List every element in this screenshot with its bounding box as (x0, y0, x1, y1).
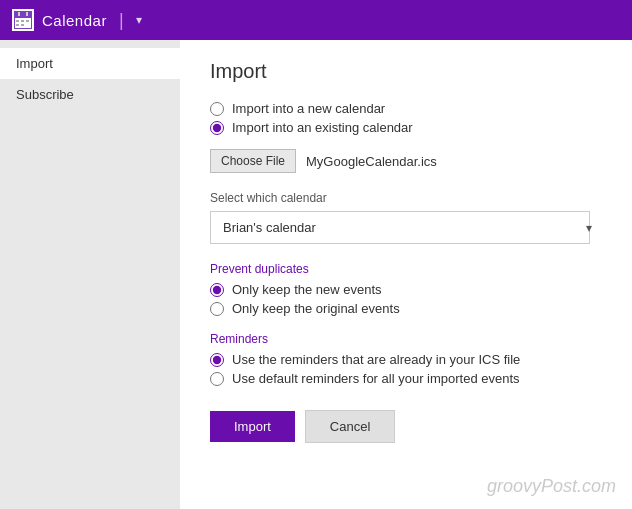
file-chooser: Choose File MyGoogleCalendar.ics (210, 149, 602, 173)
radio-keep-new[interactable] (210, 283, 224, 297)
sidebar-item-import[interactable]: Import (0, 48, 180, 79)
radio-use-default-label: Use default reminders for all your impor… (232, 371, 520, 386)
app-title: Calendar (42, 12, 107, 29)
main-layout: Import Subscribe Import Import into a ne… (0, 40, 632, 509)
prevent-duplicates-section: Prevent duplicates Only keep the new eve… (210, 262, 602, 316)
radio-option-keep-original[interactable]: Only keep the original events (210, 301, 602, 316)
radio-keep-new-label: Only keep the new events (232, 282, 382, 297)
calendar-select[interactable]: Brian's calendar My calendar Work (210, 211, 590, 244)
radio-existing-calendar-label: Import into an existing calendar (232, 120, 413, 135)
action-buttons: Import Cancel (210, 410, 602, 443)
sidebar: Import Subscribe (0, 40, 180, 509)
reminders-section: Reminders Use the reminders that are alr… (210, 332, 602, 386)
radio-use-default[interactable] (210, 372, 224, 386)
sidebar-item-subscribe[interactable]: Subscribe (0, 79, 180, 110)
import-target-group: Import into a new calendar Import into a… (210, 101, 602, 135)
prevent-duplicates-label: Prevent duplicates (210, 262, 602, 276)
choose-file-button[interactable]: Choose File (210, 149, 296, 173)
radio-use-ics[interactable] (210, 353, 224, 367)
radio-new-calendar-label: Import into a new calendar (232, 101, 385, 116)
svg-rect-3 (18, 12, 20, 16)
svg-rect-9 (21, 24, 24, 26)
radio-keep-original[interactable] (210, 302, 224, 316)
radio-option-use-ics[interactable]: Use the reminders that are already in yo… (210, 352, 602, 367)
select-calendar-label: Select which calendar (210, 191, 602, 205)
radio-use-ics-label: Use the reminders that are already in yo… (232, 352, 520, 367)
radio-new-calendar[interactable] (210, 102, 224, 116)
reminders-label: Reminders (210, 332, 602, 346)
title-bar: Calendar | ▾ (0, 0, 632, 40)
radio-option-keep-new[interactable]: Only keep the new events (210, 282, 602, 297)
file-name-display: MyGoogleCalendar.ics (306, 154, 437, 169)
app-icon (12, 9, 34, 31)
svg-rect-7 (26, 20, 29, 22)
radio-keep-original-label: Only keep the original events (232, 301, 400, 316)
content-area: Import Import into a new calendar Import… (180, 40, 632, 509)
radio-option-use-default[interactable]: Use default reminders for all your impor… (210, 371, 602, 386)
page-title: Import (210, 60, 602, 83)
radio-existing-calendar[interactable] (210, 121, 224, 135)
title-divider: | (119, 10, 124, 31)
svg-rect-8 (16, 24, 19, 26)
import-button[interactable]: Import (210, 411, 295, 442)
svg-rect-2 (15, 14, 31, 18)
svg-rect-5 (16, 20, 19, 22)
calendar-select-wrapper: Brian's calendar My calendar Work ▾ (210, 211, 602, 244)
cancel-button[interactable]: Cancel (305, 410, 395, 443)
radio-option-existing-calendar[interactable]: Import into an existing calendar (210, 120, 602, 135)
svg-rect-6 (21, 20, 24, 22)
title-dropdown-arrow[interactable]: ▾ (136, 13, 142, 27)
svg-rect-4 (26, 12, 28, 16)
radio-option-new-calendar[interactable]: Import into a new calendar (210, 101, 602, 116)
